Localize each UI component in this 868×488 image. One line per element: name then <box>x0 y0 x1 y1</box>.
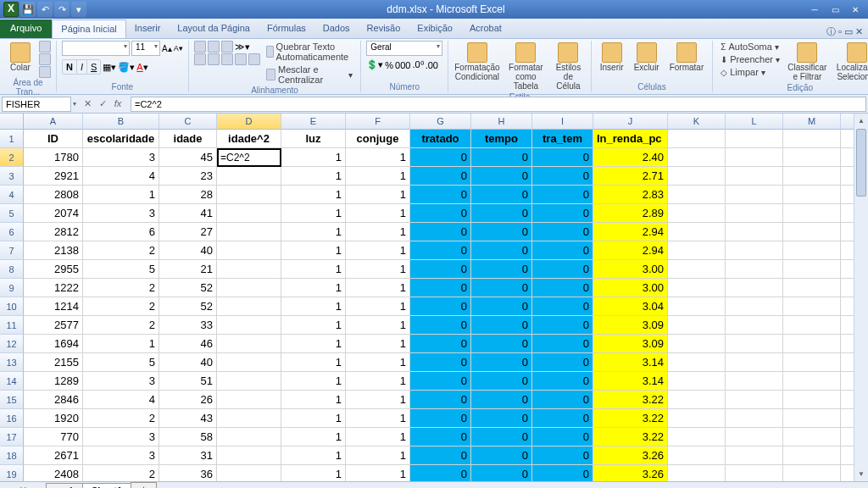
row-header-7[interactable]: 7 <box>0 241 24 260</box>
col-header-K[interactable]: K <box>668 114 726 130</box>
cell-G16[interactable]: 0 <box>410 409 471 428</box>
cell-E14[interactable]: 1 <box>281 372 346 391</box>
cell-G6[interactable]: 0 <box>410 223 471 241</box>
cell-M18[interactable] <box>783 446 841 465</box>
cell-L13[interactable] <box>726 353 783 372</box>
cell-D15[interactable] <box>217 391 281 409</box>
cell-H19[interactable]: 0 <box>471 465 532 481</box>
cell-I5[interactable]: 0 <box>532 204 593 223</box>
cell-D4[interactable] <box>217 186 281 204</box>
cell-J16[interactable]: 3.22 <box>593 409 668 428</box>
font-size-combo[interactable]: 11 <box>131 41 160 56</box>
cell-D8[interactable] <box>217 260 281 279</box>
increase-decimal-icon[interactable]: .0⁰ <box>412 59 423 70</box>
tab-file[interactable]: Arquivo <box>0 19 52 38</box>
cell-K9[interactable] <box>668 279 726 297</box>
tab-acrobat[interactable]: Acrobat <box>461 19 510 38</box>
cell-M2[interactable] <box>783 148 841 167</box>
cell-A12[interactable]: 1694 <box>24 335 83 353</box>
cell-A8[interactable]: 2955 <box>24 260 83 279</box>
cell-C18[interactable]: 31 <box>159 446 217 465</box>
bold-button[interactable]: N <box>63 60 77 74</box>
paste-button[interactable]: Colar <box>5 41 36 74</box>
cell-M14[interactable] <box>783 372 841 391</box>
cell-M4[interactable] <box>783 186 841 204</box>
cell-D12[interactable] <box>217 335 281 353</box>
cell-L12[interactable] <box>726 335 783 353</box>
cell-I17[interactable]: 0 <box>532 428 593 446</box>
cell-L3[interactable] <box>726 167 783 186</box>
cell-F6[interactable]: 1 <box>346 223 410 241</box>
cell-G17[interactable]: 0 <box>410 428 471 446</box>
cell-K17[interactable] <box>668 428 726 446</box>
cell-A16[interactable]: 1920 <box>24 409 83 428</box>
cell-G1[interactable]: tratado <box>410 130 471 148</box>
cell-I2[interactable]: 0 <box>532 148 593 167</box>
orientation-icon[interactable]: ≫▾ <box>235 42 250 53</box>
cell-D9[interactable] <box>217 279 281 297</box>
cell-C2[interactable]: 45 <box>159 148 217 167</box>
row-header-6[interactable]: 6 <box>0 223 24 241</box>
cell-L4[interactable] <box>726 186 783 204</box>
cell-F13[interactable]: 1 <box>346 353 410 372</box>
row-header-11[interactable]: 11 <box>0 316 24 335</box>
cell-L1[interactable] <box>726 130 783 148</box>
cell-F17[interactable]: 1 <box>346 428 410 446</box>
cell-K2[interactable] <box>668 148 726 167</box>
row-header-3[interactable]: 3 <box>0 167 24 186</box>
close-icon[interactable]: ✕ <box>846 3 865 16</box>
tab-view[interactable]: Exibição <box>409 19 461 38</box>
format-cells-button[interactable]: Formatar <box>666 41 708 74</box>
cell-I1[interactable]: tra_tem <box>532 130 593 148</box>
align-center-icon[interactable] <box>208 53 220 65</box>
cell-E4[interactable]: 1 <box>281 186 346 204</box>
cell-L8[interactable] <box>726 260 783 279</box>
cell-H8[interactable]: 0 <box>471 260 532 279</box>
cell-H1[interactable]: tempo <box>471 130 532 148</box>
cell-I4[interactable]: 0 <box>532 186 593 204</box>
row-header-2[interactable]: 2 <box>0 148 24 167</box>
border-icon[interactable]: ▦▾ <box>103 62 116 73</box>
cell-G14[interactable]: 0 <box>410 372 471 391</box>
cell-I12[interactable]: 0 <box>532 335 593 353</box>
row-header-18[interactable]: 18 <box>0 446 24 465</box>
cell-M11[interactable] <box>783 316 841 335</box>
decrease-decimal-icon[interactable]: .00 <box>426 60 438 70</box>
cell-E2[interactable]: 1 <box>281 148 346 167</box>
cell-F7[interactable]: 1 <box>346 241 410 260</box>
cell-H18[interactable]: 0 <box>471 446 532 465</box>
cell-J19[interactable]: 3.26 <box>593 465 668 481</box>
cell-K13[interactable] <box>668 353 726 372</box>
cell-I18[interactable]: 0 <box>532 446 593 465</box>
cell-K12[interactable] <box>668 335 726 353</box>
tab-data[interactable]: Dados <box>314 19 359 38</box>
cell-D7[interactable] <box>217 241 281 260</box>
cell-C6[interactable]: 27 <box>159 223 217 241</box>
enter-formula-icon[interactable]: ✓ <box>95 98 110 109</box>
col-header-B[interactable]: B <box>83 114 159 130</box>
cut-icon[interactable] <box>39 41 51 53</box>
underline-button[interactable]: S <box>87 60 100 74</box>
cell-E6[interactable]: 1 <box>281 223 346 241</box>
cell-L9[interactable] <box>726 279 783 297</box>
cell-B18[interactable]: 3 <box>83 446 159 465</box>
cell-F12[interactable]: 1 <box>346 335 410 353</box>
cell-I8[interactable]: 0 <box>532 260 593 279</box>
cell-L19[interactable] <box>726 465 783 481</box>
cell-C7[interactable]: 40 <box>159 241 217 260</box>
comma-icon[interactable]: 000 <box>395 60 410 70</box>
percent-icon[interactable]: % <box>385 60 393 70</box>
cell-H9[interactable]: 0 <box>471 279 532 297</box>
row-header-12[interactable]: 12 <box>0 335 24 353</box>
select-all-corner[interactable] <box>0 114 24 130</box>
cell-J6[interactable]: 2.94 <box>593 223 668 241</box>
cell-I13[interactable]: 0 <box>532 353 593 372</box>
sheet-nav-first-icon[interactable]: ⏮ <box>0 485 13 489</box>
cell-A17[interactable]: 770 <box>24 428 83 446</box>
sheet-nav-prev-icon[interactable]: ◀ <box>13 485 23 488</box>
cell-L6[interactable] <box>726 223 783 241</box>
cell-I3[interactable]: 0 <box>532 167 593 186</box>
cell-C14[interactable]: 51 <box>159 372 217 391</box>
cell-J13[interactable]: 3.14 <box>593 353 668 372</box>
format-table-button[interactable]: Formatar como Tabela <box>504 41 548 92</box>
